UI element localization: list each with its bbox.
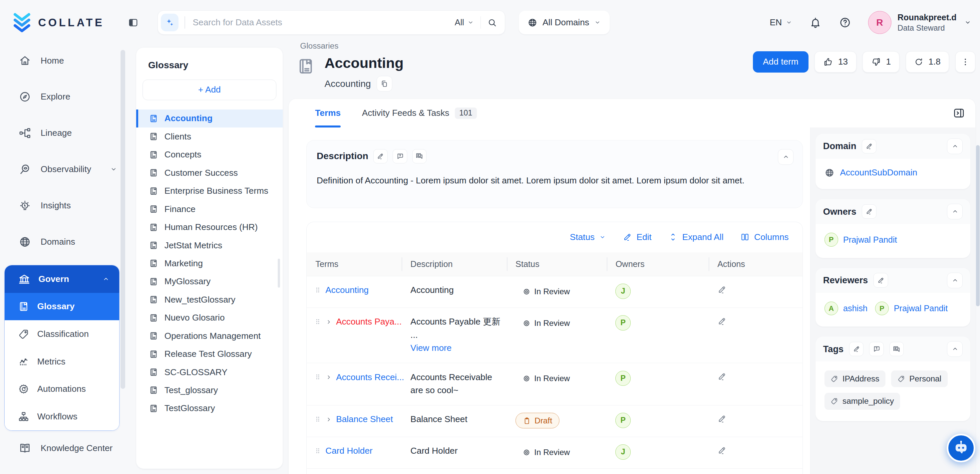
glossary-item-customer-success[interactable]: Customer Success	[136, 164, 282, 182]
add-glossary-button[interactable]: + Add	[143, 80, 276, 100]
glossary-item-sc-glossary[interactable]: SC-GLOSSARY	[136, 363, 282, 381]
term-link[interactable]: Accounting	[325, 284, 369, 297]
sidebar-scrollbar[interactable]	[121, 50, 125, 389]
user-menu[interactable]: R Rounakpreet.d Data Steward	[868, 11, 972, 34]
owner-avatar[interactable]: P	[616, 413, 630, 428]
glossary-item-finance[interactable]: Finance	[136, 200, 282, 218]
tag-chip-sample-policy[interactable]: sample_policy	[824, 393, 900, 410]
glossary-scrollbar[interactable]	[278, 259, 280, 287]
sidebar-item-observability[interactable]: Observability	[0, 159, 131, 180]
conversations-button[interactable]	[412, 149, 426, 164]
owner-avatar[interactable]: P	[616, 315, 630, 330]
glossary-item-human-resources-hr[interactable]: Human Resources (HR)	[136, 218, 282, 236]
tab-activity-feeds[interactable]: Activity Feeds & Tasks 101	[362, 99, 477, 127]
edit-term-icon[interactable]	[717, 317, 727, 326]
edit-reviewers-button[interactable]	[873, 273, 888, 287]
global-search-bar[interactable]: All	[158, 10, 505, 35]
glossary-item-new-testglossary[interactable]: New_testGlossary	[136, 291, 282, 309]
collapse-right-panel-icon[interactable]	[953, 107, 965, 119]
glossary-item-accounting[interactable]: Accounting	[136, 110, 282, 127]
sidebar-item-home[interactable]: Home	[0, 50, 131, 71]
sidebar-toggle-button[interactable]	[128, 17, 138, 28]
chevron-up-icon	[782, 153, 790, 161]
owner-avatar[interactable]: P	[616, 371, 630, 386]
person-link[interactable]: Aashish	[824, 302, 868, 315]
edit-tags-button[interactable]	[849, 342, 864, 356]
expand-all-button[interactable]: Expand All	[668, 232, 723, 242]
page-scrollbar[interactable]	[976, 145, 980, 306]
sidebar-item-explore[interactable]: Explore	[0, 86, 131, 108]
sidebar-item-lineage[interactable]: Lineage	[0, 122, 131, 144]
glossary-item-jetstat-metrics[interactable]: JetStat Metrics	[136, 236, 282, 254]
person-link[interactable]: PPrajwal Pandit	[875, 302, 948, 315]
sidebar-item-knowledge-center[interactable]: Knowledge Center	[0, 437, 131, 459]
comment-button[interactable]	[393, 149, 407, 164]
collapse-domain-button[interactable]	[947, 138, 963, 154]
version-button[interactable]: 1.8	[906, 51, 949, 73]
edit-owners-button[interactable]	[862, 204, 876, 219]
glossary-item-test-glossary[interactable]: Test_glossary	[136, 381, 282, 399]
copy-name-button[interactable]	[377, 76, 392, 92]
edit-domain-button[interactable]	[862, 139, 876, 153]
upvote-button[interactable]: 13	[815, 51, 856, 73]
tags-comment-button[interactable]	[869, 342, 883, 356]
search-input[interactable]	[191, 17, 455, 28]
downvote-button[interactable]: 1	[862, 51, 899, 73]
owner-avatar[interactable]: J	[616, 444, 630, 460]
glossary-item-concepts[interactable]: Concepts	[136, 146, 282, 164]
collapse-reviewers-button[interactable]	[947, 273, 963, 288]
glossary-item-myglossary[interactable]: MyGlossary	[136, 273, 282, 291]
domain-selector[interactable]: All Domains	[519, 11, 610, 34]
term-link[interactable]: Accounts Paya...	[336, 315, 402, 328]
search-icon[interactable]	[487, 17, 497, 28]
language-selector[interactable]: EN	[770, 17, 792, 28]
collate-logo[interactable]: COLLATE	[11, 12, 104, 33]
collapse-owners-button[interactable]	[947, 204, 963, 220]
tag-chip-ipaddress[interactable]: IPAddress	[824, 371, 886, 387]
sidebar-item-govern[interactable]: Govern	[5, 265, 119, 293]
glossary-item-enterprise-business-terms[interactable]: Enterprise Business Terms	[136, 182, 282, 200]
term-link[interactable]: Accounts Recei...	[336, 371, 404, 384]
glossary-item-marketing[interactable]: Marketing	[136, 254, 282, 272]
glossary-item-testglossary[interactable]: TestGlossary	[136, 399, 282, 417]
edit-button[interactable]: Edit	[623, 232, 652, 242]
sidebar-item-glossary[interactable]: Glossary	[5, 293, 119, 321]
glossary-item-release-test-glossary[interactable]: Release Test Glossary	[136, 345, 282, 363]
sidebar-item-automations[interactable]: Automations	[5, 375, 119, 403]
term-link[interactable]: Balance Sheet	[336, 413, 393, 426]
edit-term-icon[interactable]	[717, 372, 727, 381]
edit-term-icon[interactable]	[717, 446, 727, 455]
person-link[interactable]: PPrajwal Pandit	[824, 233, 897, 247]
glossary-item-operations-management[interactable]: Operations Management	[136, 327, 282, 345]
search-scope-dropdown[interactable]: All	[455, 17, 474, 27]
tab-terms[interactable]: Terms	[315, 99, 340, 127]
view-more-link[interactable]: View more	[410, 343, 452, 353]
columns-button[interactable]: Columns	[740, 232, 789, 242]
sidebar-item-workflows[interactable]: Workflows	[5, 403, 119, 430]
add-term-button[interactable]: Add term	[753, 51, 808, 73]
sidebar-item-insights[interactable]: Insights	[0, 195, 131, 216]
owner-avatar[interactable]: J	[616, 284, 630, 299]
sidebar-item-metrics[interactable]: Metrics	[5, 348, 119, 375]
glossary-item-nuevo-glosario[interactable]: Nuevo Glosario	[136, 309, 282, 327]
notifications-bell-icon[interactable]	[809, 16, 822, 29]
domain-link[interactable]: AccountSubDomain	[824, 167, 962, 178]
term-link[interactable]: Card Holder	[325, 444, 372, 457]
ai-search-button[interactable]	[161, 14, 178, 31]
collapse-description-button[interactable]	[778, 149, 794, 165]
edit-icon	[377, 153, 384, 160]
tags-conversations-button[interactable]	[889, 342, 904, 356]
breadcrumb[interactable]: Glossaries	[300, 41, 338, 51]
status-filter-button[interactable]: Status	[570, 232, 606, 242]
help-icon[interactable]	[839, 16, 851, 29]
edit-term-icon[interactable]	[717, 285, 727, 294]
more-options-button[interactable]	[955, 51, 975, 73]
sidebar-item-classification[interactable]: Classification	[5, 320, 119, 348]
glossary-item-clients[interactable]: Clients	[136, 127, 282, 145]
chatbot-button[interactable]	[947, 434, 975, 462]
tag-chip-personal[interactable]: Personal	[891, 371, 947, 387]
collapse-tags-button[interactable]	[947, 341, 963, 357]
sidebar-item-domains[interactable]: Domains	[0, 231, 131, 253]
edit-description-button[interactable]	[373, 149, 388, 164]
edit-term-icon[interactable]	[717, 414, 727, 423]
